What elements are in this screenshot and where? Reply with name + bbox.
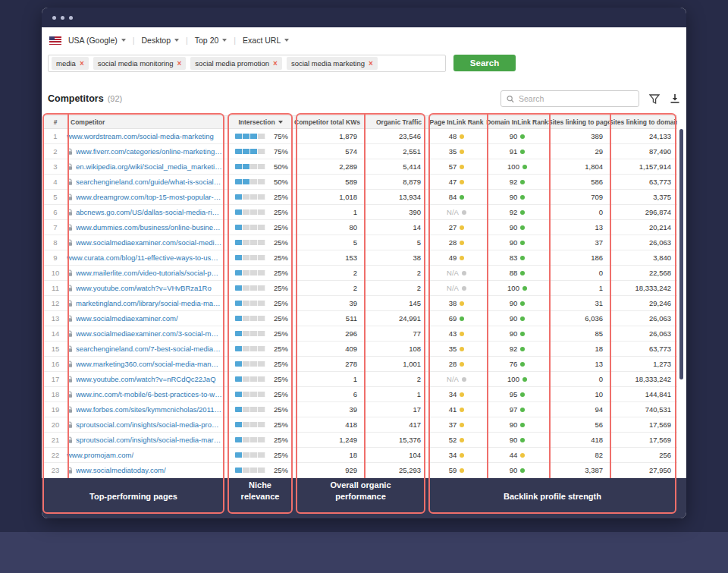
table-scrollbar[interactable] [679, 129, 683, 379]
col-header-sites-linking-page[interactable]: Sites linking to page [548, 118, 609, 126]
remove-tag-icon[interactable]: × [177, 60, 182, 68]
table-row[interactable]: 14 www.socialmediaexaminer.com/3-social-… [44, 326, 677, 342]
organic-traffic-value: 24,991 [363, 314, 427, 323]
competitor-url: sproutsocial.com/insights/social-media-m… [76, 436, 222, 444]
table-row[interactable]: 18 www.inc.com/t-mobile/6-best-practices… [44, 387, 677, 402]
keyword-tag[interactable]: social media promotion × [190, 57, 282, 70]
table-row[interactable]: 16 www.marketing360.com/social-media-man… [44, 357, 677, 372]
lock-icon [67, 148, 73, 156]
table-row[interactable]: 7 www.dummies.com/business/online-busine… [44, 220, 677, 235]
col-header-page-inlink-rank[interactable]: Page InLink Rank [427, 118, 486, 126]
table-row[interactable]: 9 www.curata.com/blog/11-effective-ways-… [44, 250, 677, 266]
competitor-link[interactable]: abcnews.go.com/US/dallas-social-media-ri… [67, 208, 227, 216]
competitor-link[interactable]: www.inc.com/t-mobile/6-best-practices-to… [67, 390, 227, 398]
table-row[interactable]: 2 www.fiverr.com/categories/online-marke… [44, 144, 677, 159]
sites-linking-page-value: 13 [548, 223, 609, 231]
competitor-link[interactable]: www.mailerlite.com/video-tutorials/socia… [67, 269, 227, 277]
keyword-tag[interactable]: social media monitoring × [93, 57, 187, 70]
table-row[interactable]: 15 searchengineland.com/7-best-social-me… [44, 342, 677, 357]
depth-dropdown[interactable]: Top 20 [195, 36, 228, 45]
competitor-link[interactable]: www.dreamgrow.com/top-15-most-popular-so… [67, 193, 227, 201]
remove-tag-icon[interactable]: × [80, 60, 84, 68]
competitor-link[interactable]: www.wordstream.com/social-media-marketin… [67, 132, 227, 140]
col-header-domain-inlink-rank[interactable]: Domain InLink Rank [486, 118, 548, 126]
table-row[interactable]: 13 www.socialmediaexaminer.com/ 25% 511 … [44, 311, 677, 326]
table-row[interactable]: 10 www.mailerlite.com/video-tutorials/so… [44, 266, 677, 281]
competitor-link[interactable]: searchengineland.com/7-best-social-media… [67, 345, 227, 353]
page-inlink-rank-value: 35 [449, 147, 457, 156]
col-header-num[interactable]: # [44, 118, 67, 126]
url-mode-dropdown[interactable]: Exact URL [243, 36, 289, 45]
competitor-link[interactable]: www.youtube.com/watch?v=VHvBRza1Ro [67, 284, 227, 292]
table-row[interactable]: 22 www.promojam.com/ 25% 18 104 34 44 [44, 448, 677, 463]
filter-button[interactable] [649, 94, 660, 104]
table-search-box[interactable] [500, 90, 639, 107]
table-search-input[interactable] [519, 94, 633, 103]
keyword-tag[interactable]: media × [52, 57, 89, 70]
table-row[interactable]: 23 www.socialmediatoday.com/ 25% 929 25,… [44, 463, 677, 478]
lock-icon [67, 194, 73, 201]
domain-inlink-rank-cell: 88 [486, 269, 548, 277]
region-dropdown[interactable]: USA (Google) [68, 36, 126, 45]
sites-linking-domain-value: 17,569 [609, 420, 677, 429]
row-number: 6 [44, 208, 67, 216]
table-row[interactable]: 19 www.forbes.com/sites/kymmcnicholas/20… [44, 402, 677, 417]
intersection-bar [235, 134, 265, 139]
table-row[interactable]: 8 www.socialmediaexaminer.com/social-med… [44, 235, 677, 250]
table-row[interactable]: 1 www.wordstream.com/social-media-market… [44, 129, 677, 144]
domain-inlink-rank-value: 90 [510, 466, 518, 474]
competitor-link[interactable]: www.socialmediaexaminer.com/3-social-med… [67, 329, 227, 338]
table-row[interactable]: 6 abcnews.go.com/US/dallas-social-media-… [44, 205, 677, 220]
intersection-percent: 25% [274, 436, 288, 444]
sites-linking-domain-value: 3,375 [609, 193, 677, 201]
competitor-link[interactable]: www.fiverr.com/categories/online-marketi… [67, 147, 227, 156]
competitor-link[interactable]: www.forbes.com/sites/kymmcnicholas/2011/… [67, 405, 227, 414]
competitor-link[interactable]: sproutsocial.com/insights/social-media-p… [67, 420, 227, 429]
competitor-link[interactable]: en.wikipedia.org/wiki/Social_media_marke… [67, 162, 227, 171]
table-row[interactable]: 12 marketingland.com/library/social-medi… [44, 296, 677, 311]
competitor-link[interactable]: www.socialmediaexaminer.com/ [67, 314, 227, 323]
competitor-link[interactable]: www.socialmediaexaminer.com/social-media… [67, 238, 227, 247]
competitor-link[interactable]: sproutsocial.com/insights/social-media-m… [67, 436, 227, 444]
competitor-link[interactable]: www.curata.com/blog/11-effective-ways-to… [67, 253, 227, 262]
table-row[interactable]: 5 www.dreamgrow.com/top-15-most-popular-… [44, 190, 677, 205]
keyword-tag[interactable]: social media marketing × [287, 57, 378, 70]
col-header-intersection[interactable]: Intersection [227, 118, 294, 126]
window-control-dot[interactable] [52, 16, 56, 20]
competitor-link[interactable]: www.youtube.com/watch?v=nRCdQc22JaQ [67, 375, 227, 383]
competitor-link[interactable]: www.marketing360.com/social-media-manage… [67, 360, 227, 368]
col-header-organic-traffic[interactable]: Organic Traffic [363, 118, 427, 126]
table-row[interactable]: 21 sproutsocial.com/insights/social-medi… [44, 433, 677, 448]
window-control-dot[interactable] [61, 16, 64, 20]
total-kws-value: 80 [294, 223, 363, 231]
col-header-total-kws[interactable]: Competitor total KWs [294, 118, 363, 126]
rank-status-dot [520, 362, 525, 367]
search-button[interactable]: Search [453, 55, 516, 71]
table-row[interactable]: 4 searchengineland.com/guide/what-is-soc… [44, 175, 677, 190]
intersection-cell: 25% [227, 390, 294, 398]
competitor-link[interactable]: www.socialmediatoday.com/ [67, 466, 227, 474]
sites-linking-page-value: 56 [548, 420, 609, 429]
sites-linking-page-value: 85 [548, 329, 609, 338]
col-header-competitor[interactable]: Competitor [67, 118, 227, 126]
remove-tag-icon[interactable]: × [273, 60, 278, 68]
competitor-link[interactable]: www.dummies.com/business/online-business… [67, 223, 227, 231]
window-control-dot[interactable] [69, 16, 73, 20]
device-dropdown[interactable]: Desktop [142, 36, 180, 45]
col-header-sites-linking-domain[interactable]: Sites linking to domain [609, 118, 677, 126]
remove-tag-icon[interactable]: × [369, 60, 373, 68]
keywords-tag-input[interactable]: media × social media monitoring × social… [48, 55, 446, 72]
table-row[interactable]: 11 www.youtube.com/watch?v=VHvBRza1Ro 25… [44, 281, 677, 296]
export-button[interactable] [670, 93, 680, 104]
table-row[interactable]: 3 en.wikipedia.org/wiki/Social_media_mar… [44, 159, 677, 175]
sites-linking-domain-value: 63,773 [609, 178, 677, 186]
row-number: 15 [44, 345, 67, 353]
domain-inlink-rank-value: 90 [510, 223, 518, 231]
competitor-link[interactable]: marketingland.com/library/social-media-m… [67, 299, 227, 307]
table-row[interactable]: 17 www.youtube.com/watch?v=nRCdQc22JaQ 2… [44, 372, 677, 387]
table-row[interactable]: 20 sproutsocial.com/insights/social-medi… [44, 417, 677, 433]
lock-icon [67, 467, 73, 474]
organic-traffic-value: 2 [363, 269, 427, 277]
competitor-link[interactable]: www.promojam.com/ [67, 451, 227, 459]
competitor-link[interactable]: searchengineland.com/guide/what-is-socia… [67, 178, 227, 186]
